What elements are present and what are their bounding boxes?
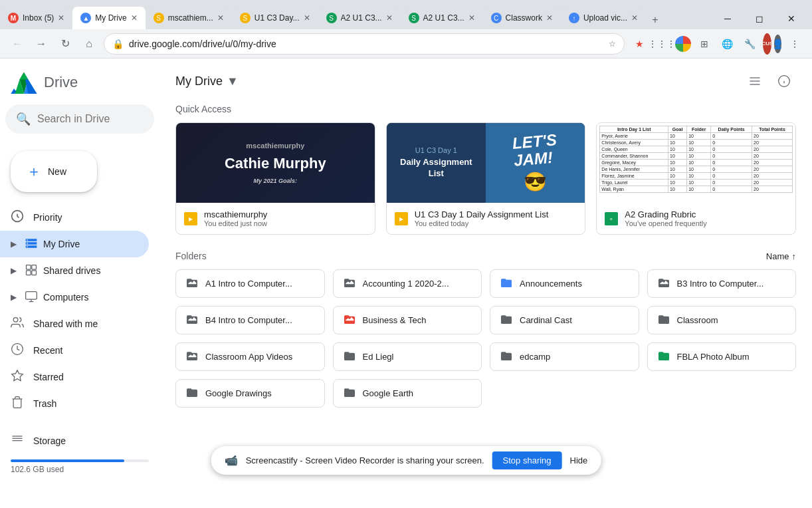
search-input[interactable] [37, 113, 159, 125]
sort-button[interactable]: Name ↑ [766, 251, 796, 261]
address-bar[interactable]: 🔒 drive.google.com/drive/u/0/my-drive ☆ [104, 33, 625, 55]
sidebar-item-storage[interactable]: Storage [11, 428, 138, 454]
classwork-tab-icon: C [491, 13, 502, 23]
tab-gmail[interactable]: M Inbox (5) ✕ [0, 7, 72, 29]
folder-business-tech[interactable]: Business & Tech [333, 306, 482, 334]
priority-label: Priority [33, 212, 62, 223]
main-content: My Drive ▼ Quick Access mscathiemurphy [159, 59, 812, 508]
sidebar-item-priority[interactable]: Priority [0, 204, 149, 231]
a2u1c3b-tab-close[interactable]: ✕ [468, 13, 475, 23]
tab-a2u1c3b[interactable]: S A2 U1 C3... ✕ [401, 7, 483, 29]
extension1-icon[interactable]: ⊞ [695, 35, 714, 53]
folder-b4-intro[interactable]: B4 Intro to Computer... [175, 306, 325, 334]
folder-b3-intro[interactable]: B3 Intro to Computer... [647, 269, 797, 298]
sidebar-item-mydrive[interactable]: ▶ My Drive [0, 231, 149, 257]
rubric-table: Intro Day 1 ListGoalFolderDaily PointsTo… [597, 123, 795, 195]
sidebar-item-recent[interactable]: Recent [0, 337, 149, 364]
sort-label: Name [766, 251, 789, 261]
search-container: 🔍 ▼ [0, 104, 159, 144]
sidebar-item-shared-drives[interactable]: ▶ Shared drives [0, 257, 149, 284]
tab-bar: M Inbox (5) ✕ ▲ My Drive ✕ S mscathiem..… [0, 0, 812, 29]
u1c3-tab-close[interactable]: ✕ [304, 13, 310, 23]
recent-icon [11, 342, 24, 359]
tab-u1c3[interactable]: S U1 C3 Day... ✕ [232, 7, 318, 29]
profile-section[interactable]: MCUSD 👤 [763, 35, 781, 53]
quick-access-card-u1c3[interactable]: U1 C3 Day 1 Daily Assignment List LET'SJ… [386, 122, 586, 235]
folder-classroom[interactable]: Classroom [647, 306, 797, 334]
sidebar-item-shared-with-me[interactable]: Shared with me [0, 311, 149, 337]
folder-google-earth[interactable]: Google Earth [333, 379, 482, 408]
extension3-icon[interactable]: 🔧 [740, 35, 759, 53]
search-bar[interactable]: 🔍 ▼ [5, 104, 154, 134]
stop-sharing-button[interactable]: Stop sharing [492, 451, 562, 469]
mcusd-avatar[interactable]: MCUSD [763, 33, 771, 55]
computers-label: Computers [43, 292, 88, 303]
folder-accounting[interactable]: Accounting 1 2020-2... [333, 269, 482, 298]
back-button[interactable]: ← [8, 35, 27, 53]
folder-announcements-name: Announcements [520, 279, 582, 289]
sidebar-item-starred[interactable]: Starred [0, 364, 149, 390]
computers-icon [25, 290, 38, 305]
menu-button[interactable]: ⋮ [785, 35, 804, 53]
folder-a1-intro[interactable]: A1 Intro to Computer... [175, 269, 325, 298]
refresh-button[interactable]: ↻ [56, 35, 74, 53]
quick-access-card-cathie[interactable]: mscathiemurphy Cathie Murphy My 2021 Goa… [175, 122, 375, 235]
hide-button[interactable]: Hide [570, 455, 588, 465]
minimize-button[interactable]: ─ [712, 8, 743, 29]
cathie-goals: My 2021 Goals: [225, 178, 326, 184]
restore-button[interactable]: ◻ [744, 8, 775, 29]
drive-tab-icon: ▲ [80, 13, 91, 23]
folder-google-drawings[interactable]: Google Drawings [175, 379, 325, 408]
list-view-button[interactable] [743, 69, 767, 93]
u1c3-card-name: U1 C3 Day 1 Daily Assignment List [415, 209, 577, 219]
folder-classapp-icon [185, 350, 199, 364]
quick-access-card-rubric[interactable]: Intro Day 1 ListGoalFolderDaily PointsTo… [596, 122, 796, 235]
sidebar-item-computers[interactable]: ▶ Computers [0, 284, 149, 311]
folder-announcements[interactable]: Announcements [490, 269, 639, 298]
folder-ed-icon [343, 350, 356, 364]
sunglasses-emoji: 😎 [524, 171, 547, 193]
folder-cardinal-cast[interactable]: Cardinal Cast [490, 306, 639, 334]
chrome-icon[interactable] [675, 36, 691, 52]
user-avatar[interactable]: 👤 [774, 35, 781, 53]
a2u1c3-tab-close[interactable]: ✕ [386, 13, 393, 23]
mydrive-icon [25, 237, 38, 252]
close-window-button[interactable]: ✕ [776, 8, 807, 29]
folders-grid: A1 Intro to Computer... Accounting 1 202… [159, 269, 812, 418]
mscathie-tab-close[interactable]: ✕ [217, 13, 224, 23]
screencastify-bar: 📹 Screencastify - Screen Video Recorder … [211, 446, 601, 475]
folder-classroom-app-videos[interactable]: Classroom App Videos [175, 342, 325, 371]
tab-classwork[interactable]: C Classwork ✕ [483, 7, 561, 29]
forward-button[interactable]: → [32, 35, 51, 53]
drive-title-dropdown-icon[interactable]: ▼ [227, 74, 239, 88]
folder-business-tech-name: Business & Tech [363, 315, 427, 325]
browser-toolbar: ← → ↻ ⌂ 🔒 drive.google.com/drive/u/0/my-… [0, 29, 812, 59]
svg-point-6 [13, 317, 18, 322]
extension2-icon[interactable]: 🌐 [718, 35, 736, 53]
svg-rect-2 [32, 265, 37, 269]
favorites-icon[interactable]: ★ [630, 35, 649, 53]
tab-a2u1c3[interactable]: S A2 U1 C3... ✕ [318, 7, 401, 29]
folder-fbla[interactable]: FBLA Photo Album [647, 342, 797, 371]
classwork-tab-close[interactable]: ✕ [546, 13, 553, 23]
browser-chrome: M Inbox (5) ✕ ▲ My Drive ✕ S mscathiem..… [0, 0, 812, 59]
google-apps-icon[interactable]: ⋮⋮⋮ [653, 35, 671, 53]
tab-mscathie[interactable]: S mscathiem... ✕ [146, 7, 232, 29]
upload-tab-close[interactable]: ✕ [631, 13, 638, 23]
new-tab-button[interactable]: + [646, 11, 664, 29]
folder-drawings-name: Google Drawings [205, 388, 272, 398]
folder-ed-liegl[interactable]: Ed Liegl [333, 342, 482, 371]
cathie-card-name: mscathiemurphy [204, 209, 367, 219]
tab-mydrive[interactable]: ▲ My Drive ✕ [72, 7, 145, 29]
folder-edcamp-icon [500, 350, 513, 364]
new-button[interactable]: ＋ New [11, 151, 97, 192]
sidebar-item-trash[interactable]: Trash [0, 390, 149, 417]
folder-edcamp[interactable]: edcamp [490, 342, 639, 371]
home-button[interactable]: ⌂ [80, 35, 98, 53]
mydrive-tab-close[interactable]: ✕ [131, 13, 138, 23]
cathie-slides-icon: ▶ [184, 212, 197, 225]
gmail-tab-close[interactable]: ✕ [58, 13, 64, 23]
bookmark-icon[interactable]: ☆ [609, 39, 616, 49]
tab-upload[interactable]: ↑ Upload vic... ✕ [561, 7, 646, 29]
info-button[interactable] [772, 69, 796, 93]
